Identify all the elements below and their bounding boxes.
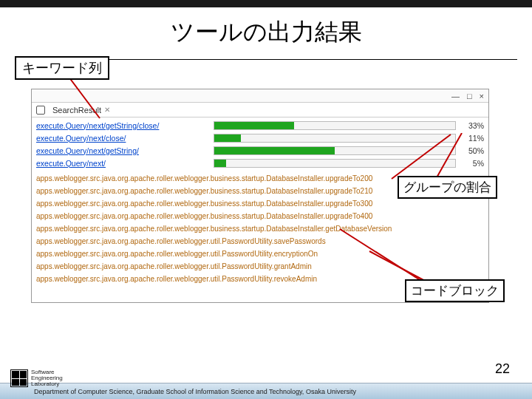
tab-search-result[interactable]: SearchResult ✕ <box>48 104 115 116</box>
logo-text: Software Engineering Laboratory <box>31 369 63 387</box>
code-path: apps.weblogger.src.java.org.apache.rolle… <box>36 200 372 208</box>
code-path: apps.weblogger.src.java.org.apache.rolle… <box>36 187 372 195</box>
keyword-row[interactable]: execute.Query/next/close/11% <box>36 132 484 144</box>
tab-close-icon[interactable]: ✕ <box>104 106 110 114</box>
code-row[interactable]: apps.weblogger.src.java.org.apache.rolle… <box>36 222 484 235</box>
minimize-icon[interactable]: — <box>451 92 460 100</box>
slide-title: ツールの出力結果 <box>0 16 532 49</box>
keyword-row[interactable]: execute.Query/next/5% <box>36 157 484 169</box>
keyword-row[interactable]: execute.Query/next/getString/close/33% <box>36 119 484 132</box>
percent-value: 50% <box>462 146 484 155</box>
code-path: apps.weblogger.src.java.org.apache.rolle… <box>36 250 318 258</box>
keyword-link[interactable]: execute.Query/next/getString/ <box>36 146 214 155</box>
tab-label: SearchResult <box>52 106 101 115</box>
code-path: apps.weblogger.src.java.org.apache.rolle… <box>36 212 372 220</box>
code-path: apps.weblogger.src.java.org.apache.rolle… <box>36 225 392 233</box>
keyword-link[interactable]: execute.Query/next/ <box>36 159 214 168</box>
close-icon[interactable]: × <box>480 92 484 100</box>
percent-bar <box>214 121 456 130</box>
logo-mark-icon <box>10 369 28 387</box>
percent-value: 33% <box>462 121 484 130</box>
window-titlebar: — □ × <box>32 89 488 103</box>
callout-group-ratio: グループの割合 <box>398 176 497 199</box>
percent-bar <box>214 159 456 168</box>
page-number: 22 <box>495 361 510 377</box>
maximize-icon[interactable]: □ <box>467 92 472 100</box>
keyword-link[interactable]: execute.Query/next/getString/close/ <box>36 121 214 130</box>
keyword-rows: execute.Query/next/getString/close/33%ex… <box>32 117 488 171</box>
lab-logo: Software Engineering Laboratory <box>10 369 63 387</box>
percent-bar <box>214 146 456 155</box>
keyword-link[interactable]: execute.Query/next/close/ <box>36 134 214 143</box>
footer-text: Department of Computer Science, Graduate… <box>0 383 532 399</box>
code-row[interactable]: apps.weblogger.src.java.org.apache.rolle… <box>36 210 484 222</box>
tab-bar: SearchResult ✕ <box>32 103 488 117</box>
eclipse-icon <box>36 106 45 115</box>
code-path: apps.weblogger.src.java.org.apache.rolle… <box>36 237 326 245</box>
code-path: apps.weblogger.src.java.org.apache.rolle… <box>36 174 372 183</box>
code-row[interactable]: apps.weblogger.src.java.org.apache.rolle… <box>36 260 484 273</box>
code-row[interactable]: apps.weblogger.src.java.org.apache.rolle… <box>36 197 484 210</box>
percent-value: 5% <box>462 159 484 168</box>
code-row[interactable]: apps.weblogger.src.java.org.apache.rolle… <box>36 235 484 248</box>
code-path: apps.weblogger.src.java.org.apache.rolle… <box>36 262 312 270</box>
callout-code-block: コードブロック <box>405 279 505 302</box>
slide-top-bar <box>0 0 532 7</box>
keyword-row[interactable]: execute.Query/next/getString/50% <box>36 144 484 157</box>
percent-value: 11% <box>462 134 484 143</box>
code-row[interactable]: apps.weblogger.src.java.org.apache.rolle… <box>36 248 484 260</box>
callout-keyword-column: キーワード列 <box>15 56 109 80</box>
code-path: apps.weblogger.src.java.org.apache.rolle… <box>36 275 317 283</box>
percent-bar <box>214 134 456 143</box>
